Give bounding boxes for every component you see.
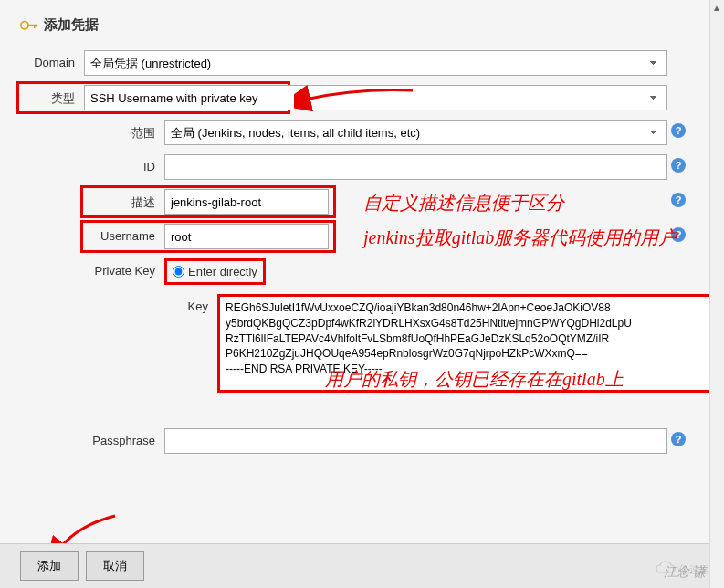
scroll-up-icon[interactable]: ▲ bbox=[709, 0, 724, 15]
username-label: Username bbox=[84, 224, 164, 243]
add-button[interactable]: 添加 bbox=[20, 551, 79, 581]
svg-point-0 bbox=[21, 22, 28, 29]
scope-label: 范围 bbox=[84, 120, 164, 142]
id-input[interactable] bbox=[164, 154, 667, 180]
description-input[interactable] bbox=[164, 189, 329, 215]
svg-rect-3 bbox=[36, 25, 37, 27]
bottom-bar: 添加 取消 bbox=[0, 543, 709, 588]
domain-label: Domain bbox=[20, 50, 84, 69]
page-title-text: 添加凭据 bbox=[44, 16, 99, 34]
help-icon-id[interactable]: ? bbox=[671, 158, 686, 173]
key-icon bbox=[20, 19, 38, 32]
passphrase-label: Passphrase bbox=[84, 428, 164, 447]
domain-select[interactable]: 全局凭据 (unrestricted) bbox=[84, 50, 667, 76]
username-input[interactable] bbox=[164, 224, 329, 249]
scrollbar[interactable]: ▲ bbox=[709, 0, 724, 588]
svg-rect-1 bbox=[27, 25, 37, 26]
annotation-desc: 自定义描述信息便于区分 bbox=[363, 191, 564, 215]
svg-text:亿速云: 亿速云 bbox=[677, 563, 708, 576]
enter-directly-radio[interactable] bbox=[173, 266, 184, 278]
enter-directly-radio-wrap[interactable]: Enter directly bbox=[164, 258, 266, 285]
cancel-button[interactable]: 取消 bbox=[86, 551, 144, 581]
type-label: 类型 bbox=[20, 85, 84, 107]
privatekey-label: Private Key bbox=[84, 258, 164, 278]
annotation-key: 用户的私钥，公钥已经存在在gitlab上 bbox=[325, 367, 624, 392]
help-icon-pass[interactable]: ? bbox=[671, 432, 686, 446]
id-label: ID bbox=[84, 154, 164, 173]
type-select[interactable]: SSH Username with private key bbox=[84, 85, 667, 110]
help-icon-scope[interactable]: ? bbox=[671, 123, 686, 138]
annotation-user: jenkins拉取gitlab服务器代码使用的用户 bbox=[363, 226, 677, 250]
passphrase-input[interactable] bbox=[164, 428, 667, 454]
scope-select[interactable]: 全局 (Jenkins, nodes, items, all child ite… bbox=[164, 120, 667, 145]
description-label: 描述 bbox=[84, 189, 164, 211]
help-icon-desc[interactable]: ? bbox=[671, 193, 686, 207]
watermark-logo: 亿速云 bbox=[653, 556, 708, 584]
key-label: Key bbox=[137, 294, 217, 313]
page-title: 添加凭据 bbox=[20, 16, 689, 34]
enter-directly-label: Enter directly bbox=[188, 265, 257, 278]
svg-rect-2 bbox=[34, 25, 36, 28]
